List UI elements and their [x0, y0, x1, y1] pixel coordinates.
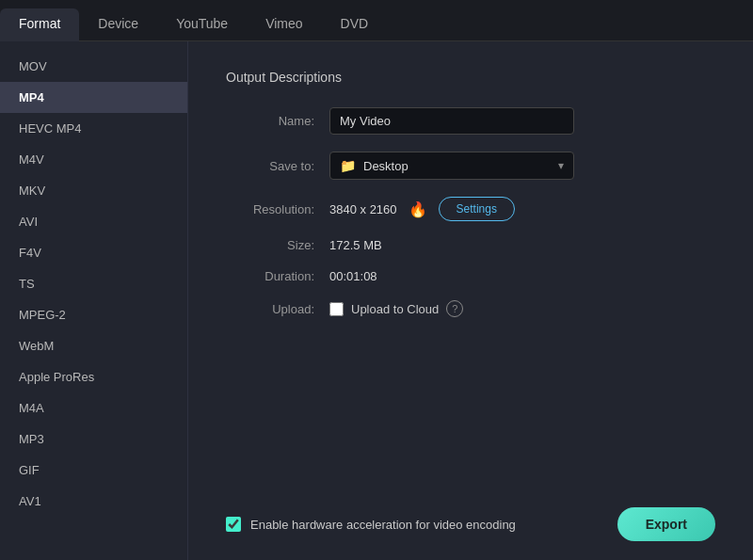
duration-value: 00:01:08 [329, 269, 715, 283]
sidebar-item-mkv[interactable]: MKV [0, 175, 187, 206]
duration-label: Duration: [226, 269, 329, 283]
hw-accel-checkbox[interactable] [226, 517, 241, 532]
sidebar-item-mpeg2[interactable]: MPEG-2 [0, 299, 187, 330]
tab-vimeo[interactable]: Vimeo [247, 8, 321, 40]
sidebar-item-apple-prores[interactable]: Apple ProRes [0, 361, 187, 392]
hw-accel-label: Enable hardware acceleration for video e… [250, 518, 516, 532]
name-label: Name: [226, 114, 329, 128]
format-sidebar: MOV MP4 HEVC MP4 M4V MKV AVI F4V TS MPEG… [0, 41, 188, 560]
content-area: Output Descriptions Name: Save to: 📁 Des… [188, 41, 753, 560]
resolution-row: Resolution: 3840 x 2160 🔥 Settings [226, 197, 715, 221]
form-rows: Name: Save to: 📁 Desktop ▾ [226, 107, 715, 317]
section-title: Output Descriptions [226, 70, 715, 85]
tab-dvd[interactable]: DVD [322, 8, 388, 40]
name-value-container [329, 107, 715, 135]
sidebar-item-av1[interactable]: AV1 [0, 486, 187, 517]
sidebar-item-gif[interactable]: GIF [0, 455, 187, 486]
sidebar-item-webm[interactable]: WebM [0, 330, 187, 361]
save-to-value-container: 📁 Desktop ▾ [329, 152, 715, 180]
sidebar-item-m4v[interactable]: M4V [0, 144, 187, 175]
sidebar-item-ts[interactable]: TS [0, 268, 187, 299]
sidebar-item-mov[interactable]: MOV [0, 51, 187, 82]
resolution-value: 3840 x 2160 [329, 202, 397, 216]
upload-to-cloud-label: Upload to Cloud [351, 302, 439, 316]
settings-button[interactable]: Settings [439, 197, 515, 221]
sidebar-item-m4a[interactable]: M4A [0, 392, 187, 424]
upload-label: Upload: [226, 302, 329, 316]
save-to-dropdown[interactable]: 📁 Desktop ▾ [329, 152, 574, 180]
name-input[interactable] [329, 107, 574, 135]
upload-row: Upload: Upload to Cloud ? [226, 300, 715, 317]
duration-row: Duration: 00:01:08 [226, 269, 715, 283]
save-to-label: Save to: [226, 159, 329, 173]
resolution-value-container: 3840 x 2160 🔥 Settings [329, 197, 715, 221]
main-layout: MOV MP4 HEVC MP4 M4V MKV AVI F4V TS MPEG… [0, 41, 753, 560]
export-button[interactable]: Export [617, 507, 715, 541]
size-label: Size: [226, 238, 329, 252]
size-row: Size: 172.5 MB [226, 238, 715, 252]
chevron-down-icon: ▾ [558, 159, 564, 172]
name-row: Name: [226, 107, 715, 135]
sidebar-item-f4v[interactable]: F4V [0, 237, 187, 268]
top-nav: Format Device YouTube Vimeo DVD [0, 0, 753, 41]
save-to-row: Save to: 📁 Desktop ▾ [226, 152, 715, 180]
sidebar-item-hevc-mp4[interactable]: HEVC MP4 [0, 113, 187, 144]
sidebar-item-mp3[interactable]: MP3 [0, 424, 187, 455]
fire-icon: 🔥 [409, 200, 427, 218]
save-to-value: Desktop [363, 159, 409, 173]
size-value: 172.5 MB [329, 238, 715, 252]
sidebar-item-mp4[interactable]: MP4 [0, 82, 187, 113]
sidebar-item-avi[interactable]: AVI [0, 206, 187, 237]
tab-format[interactable]: Format [0, 8, 79, 40]
help-icon[interactable]: ? [446, 300, 463, 317]
bottom-bar: Enable hardware acceleration for video e… [226, 488, 715, 541]
hw-accel-row: Enable hardware acceleration for video e… [226, 517, 516, 532]
resolution-label: Resolution: [226, 202, 329, 216]
tab-youtube[interactable]: YouTube [157, 8, 247, 40]
upload-value-container: Upload to Cloud ? [329, 300, 715, 317]
folder-icon: 📁 [340, 158, 356, 173]
upload-to-cloud-checkbox[interactable] [329, 302, 344, 316]
tab-device[interactable]: Device [79, 8, 157, 40]
